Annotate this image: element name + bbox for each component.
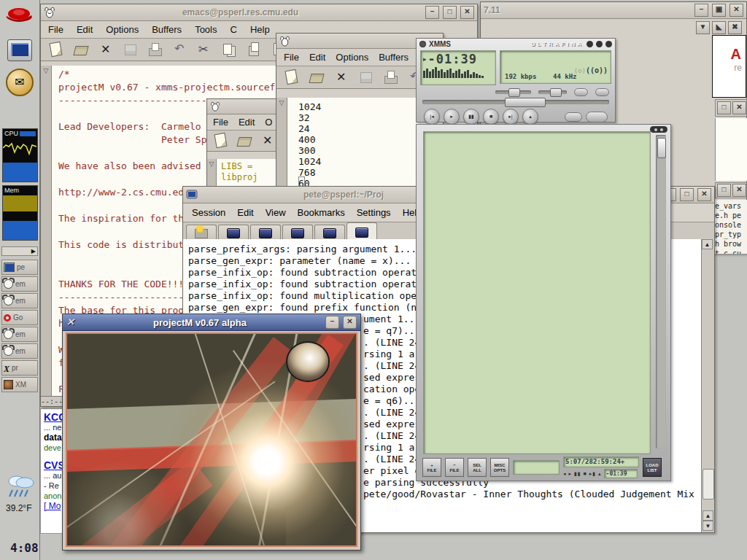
- shade-icon[interactable]: [654, 128, 657, 131]
- new-page-icon[interactable]: [48, 42, 64, 58]
- seek-slider-thumb[interactable]: [505, 98, 546, 107]
- scroll-down-icon[interactable]: ▼: [703, 521, 713, 531]
- equalizer-button[interactable]: [574, 88, 588, 96]
- taskbar-button[interactable]: em: [1, 276, 38, 292]
- close-button[interactable]: ✕: [732, 184, 746, 197]
- scrollbar[interactable]: ▽: [41, 66, 52, 396]
- cut-icon[interactable]: [197, 42, 213, 58]
- menu-item[interactable]: File: [213, 117, 228, 128]
- playlist-list-area[interactable]: [423, 131, 651, 454]
- mini-transport-icons[interactable]: ◂ ▸ ▮▮ ■ ▸▮ ▴: [563, 471, 602, 477]
- scrollbar-thumb[interactable]: [657, 138, 666, 158]
- volume-slider-thumb[interactable]: [508, 88, 520, 97]
- eject-button[interactable]: ▴: [522, 109, 538, 125]
- menu-item[interactable]: O: [265, 117, 272, 128]
- maximize-button[interactable]: □: [680, 188, 694, 201]
- menu-item[interactable]: Options: [106, 24, 139, 35]
- maximize-button[interactable]: □: [717, 184, 731, 197]
- repeat-button[interactable]: [586, 112, 608, 122]
- menu-item[interactable]: Tools: [195, 24, 217, 35]
- close-icon[interactable]: [605, 41, 612, 47]
- scrollbar-thumb[interactable]: [703, 469, 714, 499]
- menu-item[interactable]: View: [266, 207, 286, 218]
- close-button[interactable]: ✕: [729, 4, 743, 17]
- undo-icon[interactable]: [172, 42, 188, 58]
- scrollbar[interactable]: ▲ ▲ ▼: [701, 239, 714, 532]
- playlist-button[interactable]: +FILE: [422, 458, 441, 477]
- minimize-button[interactable]: –: [325, 316, 339, 329]
- window-titlebar[interactable]: 7.11 – ▣ ✕: [481, 2, 746, 19]
- scroll-down-button[interactable]: ▼: [696, 21, 710, 34]
- window-titlebar[interactable]: emacs@psperl.res.cmu.edu – □ ✕: [41, 4, 477, 21]
- close-x-icon[interactable]: [333, 69, 349, 85]
- save-disk-icon[interactable]: [358, 69, 374, 85]
- volume-slider[interactable]: [495, 90, 531, 94]
- close-x-icon[interactable]: [260, 133, 276, 149]
- scrollbar[interactable]: ▽: [276, 98, 287, 192]
- taskbar-button[interactable]: pe: [1, 260, 38, 275]
- print-icon[interactable]: [147, 42, 163, 58]
- menu-item[interactable]: Settings: [357, 207, 391, 218]
- scroll-up-icon[interactable]: ▲: [703, 510, 713, 521]
- redhat-launcher-icon[interactable]: [4, 4, 34, 26]
- window-titlebar[interactable]: ✕ projectM v0.67 alpha – ✕: [63, 314, 360, 331]
- open-folder-icon[interactable]: [309, 69, 325, 85]
- copy-icon[interactable]: [222, 42, 238, 58]
- menu-item[interactable]: Help: [250, 24, 270, 35]
- playlist-button[interactable]: [595, 88, 609, 96]
- print-icon[interactable]: [383, 69, 399, 85]
- new-page-icon[interactable]: [284, 69, 300, 85]
- menu-item[interactable]: File: [48, 24, 63, 35]
- stop-button[interactable]: ■: [483, 109, 499, 125]
- shuffle-button[interactable]: [565, 112, 582, 122]
- menu-item[interactable]: Buffers: [379, 52, 409, 63]
- shade-icon[interactable]: [596, 41, 603, 47]
- menu-item[interactable]: Session: [192, 207, 225, 218]
- close-x-icon[interactable]: [98, 42, 114, 58]
- save-disk-icon[interactable]: [123, 42, 139, 58]
- minimize-icon[interactable]: [587, 41, 593, 47]
- menu-item[interactable]: Edit: [237, 207, 253, 218]
- scrollbar[interactable]: ▽: [207, 159, 217, 187]
- prev-button[interactable]: |◂: [424, 109, 440, 125]
- taskbar-button[interactable]: em: [1, 293, 38, 308]
- mail-launcher-icon[interactable]: ✉: [6, 69, 34, 96]
- close-button[interactable]: ✕: [732, 101, 746, 114]
- taskbar-button[interactable]: em: [1, 327, 38, 342]
- menu-item[interactable]: Edit: [77, 24, 93, 35]
- maximize-button[interactable]: ▣: [712, 4, 726, 17]
- xmms-menu-icon[interactable]: [419, 41, 426, 47]
- balance-slider-thumb[interactable]: [550, 88, 562, 97]
- terminal-launcher-icon[interactable]: [7, 39, 32, 61]
- dismiss-button[interactable]: ✖: [728, 21, 742, 34]
- playlist-scrollbar[interactable]: [656, 135, 666, 448]
- balance-slider[interactable]: [538, 90, 567, 94]
- menu-item[interactable]: C: [230, 24, 236, 35]
- close-button[interactable]: ✕: [697, 188, 711, 201]
- open-folder-icon[interactable]: [73, 42, 89, 58]
- menu-item[interactable]: Edit: [239, 117, 255, 128]
- playlist-button[interactable]: SELALL: [468, 458, 487, 477]
- minimize-button[interactable]: –: [694, 4, 708, 17]
- menu-item[interactable]: Options: [336, 52, 368, 63]
- taskbar-button[interactable]: pr: [1, 360, 38, 376]
- paste-icon[interactable]: [247, 42, 263, 58]
- taskbar-button[interactable]: Go: [1, 310, 38, 325]
- close-icon[interactable]: [660, 128, 663, 131]
- maximize-button[interactable]: □: [443, 6, 457, 19]
- menu-item[interactable]: Buffers: [152, 24, 182, 35]
- close-button[interactable]: ✕: [460, 6, 474, 19]
- seek-slider[interactable]: [422, 100, 609, 104]
- taskbar-button[interactable]: XM: [1, 377, 38, 392]
- playlist-button[interactable]: −FILE: [445, 458, 464, 477]
- menu-item[interactable]: Bookmarks: [298, 207, 345, 218]
- resize-corner-button[interactable]: ◣: [712, 21, 726, 34]
- taskbar-button[interactable]: em: [1, 343, 38, 359]
- xmms-titlebar[interactable]: XMMS ULTRAFINA: [417, 39, 615, 49]
- maximize-button[interactable]: □: [717, 101, 731, 114]
- minimize-button[interactable]: –: [425, 6, 439, 19]
- pager-strip[interactable]: ▶: [1, 246, 38, 256]
- playlist-button[interactable]: MISCOPTS: [490, 458, 509, 477]
- open-folder-icon[interactable]: [236, 133, 252, 149]
- new-page-icon[interactable]: [213, 133, 229, 149]
